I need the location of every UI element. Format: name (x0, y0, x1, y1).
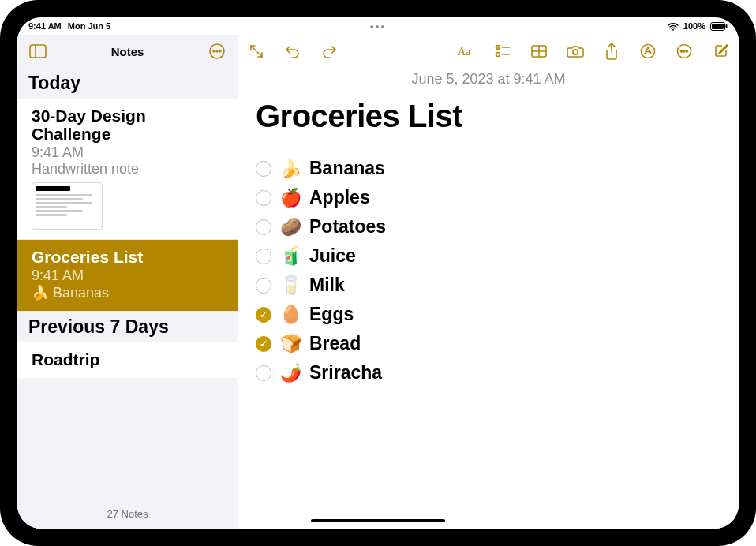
note-body[interactable]: June 5, 2023 at 9:41 AM Groceries List 🍌… (238, 68, 739, 529)
note-list-item[interactable]: Roadtrip (17, 342, 238, 378)
item-emoji-icon: 🥛 (279, 275, 301, 296)
battery-percent: 100% (683, 21, 705, 31)
camera-button[interactable] (565, 41, 586, 62)
share-button[interactable] (601, 41, 622, 62)
svg-point-0 (672, 28, 674, 30)
section-header-today: Today (17, 68, 238, 99)
detail-toolbar: Aa (238, 35, 739, 68)
item-emoji-icon: 🧃 (279, 246, 301, 267)
checklist-item[interactable]: 🥔Potatoes (256, 216, 721, 237)
item-emoji-icon: 🍌 (279, 159, 301, 179)
note-item-time: 9:41 AM (32, 144, 226, 161)
item-label: Potatoes (309, 216, 386, 237)
checklist-item[interactable]: 🌶️Sriracha (256, 362, 721, 383)
checklist-bubble[interactable] (256, 278, 271, 294)
svg-rect-4 (30, 45, 46, 58)
checklist-item[interactable]: 🥚Eggs (256, 304, 721, 325)
checklist-bubble[interactable] (256, 365, 271, 381)
compose-button[interactable] (710, 41, 731, 62)
item-label: Eggs (309, 304, 354, 325)
notes-list[interactable]: Today 30-Day Design Challenge 9:41 AM Ha… (17, 68, 238, 499)
checklist-item[interactable]: 🥛Milk (256, 275, 721, 296)
status-time: 9:41 AM (28, 21, 62, 31)
sidebar-more-button[interactable] (206, 40, 228, 62)
home-indicator[interactable] (311, 519, 445, 522)
checklist[interactable]: 🍌Bananas🍎Apples🥔Potatoes🧃Juice🥛Milk🥚Eggs… (256, 158, 721, 383)
svg-point-12 (496, 53, 500, 57)
undo-button[interactable] (283, 41, 303, 62)
svg-point-21 (681, 50, 683, 52)
item-label: Bananas (309, 158, 385, 179)
note-date: June 5, 2023 at 9:41 AM (256, 71, 721, 88)
table-button[interactable] (529, 41, 549, 62)
checklist-bubble[interactable] (256, 190, 271, 206)
battery-icon (710, 22, 728, 31)
item-emoji-icon: 🥔 (279, 217, 301, 237)
item-emoji-icon: 🌶️ (279, 363, 301, 383)
checklist-item[interactable]: 🧃Juice (256, 245, 721, 267)
redo-button[interactable] (319, 41, 339, 62)
note-list-item-selected[interactable]: Groceries List 9:41 AM 🍌 Bananas (17, 240, 238, 312)
item-label: Apples (309, 187, 370, 208)
note-list-item[interactable]: 30-Day Design Challenge 9:41 AM Handwrit… (17, 99, 238, 240)
item-label: Bread (309, 333, 361, 354)
note-item-time: 9:41 AM (32, 267, 226, 284)
svg-rect-3 (726, 24, 728, 28)
note-item-title: 30-Day Design Challenge (32, 107, 226, 143)
wifi-icon (668, 22, 679, 31)
checklist-bubble[interactable] (256, 161, 271, 177)
note-item-preview: Handwritten note (32, 161, 226, 178)
checklist-bubble[interactable] (256, 249, 271, 264)
svg-text:Aa: Aa (458, 46, 471, 58)
note-item-title: Groceries List (32, 248, 226, 266)
note-item-title: Roadtrip (32, 350, 226, 368)
checklist-bubble[interactable] (256, 307, 271, 323)
screen: 9:41 AM Mon Jun 5 100% No (17, 17, 739, 529)
note-thumbnail (32, 182, 103, 230)
checklist-bubble[interactable] (256, 219, 271, 235)
sidebar-toggle-button[interactable] (27, 40, 49, 62)
note-detail-pane: Aa (238, 35, 739, 529)
item-label: Sriracha (309, 362, 382, 383)
item-label: Milk (309, 275, 345, 296)
markup-button[interactable] (638, 41, 658, 62)
notes-sidebar: Notes Today 30-Day Design Challenge 9:41… (17, 35, 238, 529)
svg-point-18 (573, 50, 578, 54)
note-item-preview: 🍌 Bananas (32, 284, 226, 301)
section-header-prev7: Previous 7 Days (17, 312, 238, 342)
svg-point-9 (219, 50, 221, 52)
item-emoji-icon: 🍞 (279, 334, 301, 354)
item-emoji-icon: 🥚 (279, 305, 301, 325)
item-emoji-icon: 🍎 (279, 188, 301, 208)
ipad-frame: ••• 9:41 AM Mon Jun 5 100% (0, 0, 756, 546)
sidebar-footer-count: 27 Notes (17, 499, 238, 529)
detail-more-button[interactable] (674, 41, 694, 62)
checklist-item[interactable]: 🍌Bananas (256, 158, 721, 179)
item-label: Juice (309, 245, 356, 267)
svg-point-23 (687, 50, 688, 52)
status-date: Mon Jun 5 (68, 21, 110, 31)
checklist-item[interactable]: 🍞Bread (256, 333, 721, 354)
expand-button[interactable] (246, 41, 267, 62)
text-format-button[interactable]: Aa (456, 41, 477, 62)
svg-point-8 (216, 50, 218, 52)
checklist-item[interactable]: 🍎Apples (256, 187, 721, 208)
sidebar-toolbar: Notes (17, 35, 238, 68)
split-view: Notes Today 30-Day Design Challenge 9:41… (17, 35, 739, 529)
checklist-button[interactable] (492, 41, 513, 62)
svg-rect-2 (712, 24, 724, 29)
checklist-bubble[interactable] (256, 336, 271, 352)
multitask-dots-icon[interactable]: ••• (370, 21, 387, 33)
svg-point-22 (683, 50, 685, 52)
svg-point-7 (213, 50, 215, 52)
note-title[interactable]: Groceries List (256, 99, 721, 134)
sidebar-title: Notes (111, 45, 144, 58)
